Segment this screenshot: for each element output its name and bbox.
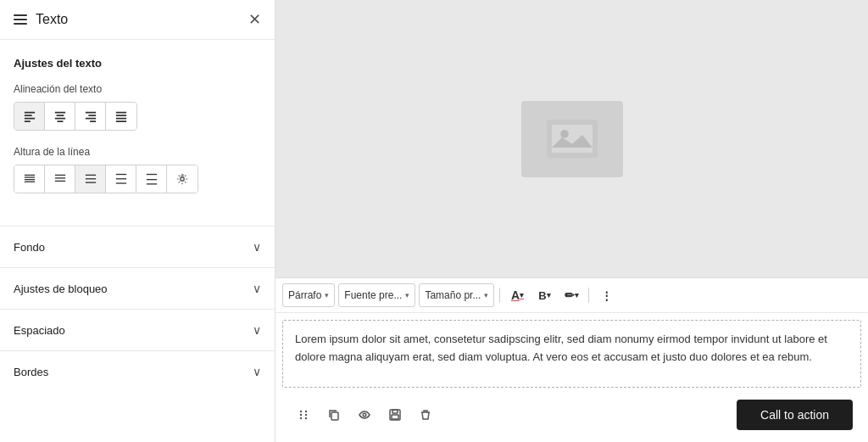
editor-area: Párrafo ▾ Fuente pre... ▾ Tamaño pr... ▾… xyxy=(275,277,868,442)
svg-point-35 xyxy=(560,130,569,138)
panel-header-left: Texto xyxy=(14,12,68,27)
fondo-label: Fondo xyxy=(14,241,45,254)
spacing-chevron: ∨ xyxy=(253,323,261,337)
svg-rect-19 xyxy=(24,182,34,182)
svg-rect-0 xyxy=(24,112,34,114)
svg-point-43 xyxy=(363,413,366,417)
image-placeholder xyxy=(521,101,623,177)
svg-rect-10 xyxy=(85,118,95,120)
svg-point-36 xyxy=(300,411,302,412)
svg-rect-14 xyxy=(116,118,126,120)
right-preview-panel: Párrafo ▾ Fuente pre... ▾ Tamaño pr... ▾… xyxy=(275,0,868,442)
svg-rect-42 xyxy=(331,412,338,420)
svg-rect-6 xyxy=(54,118,64,120)
line-height-label: Altura de la línea xyxy=(14,146,261,158)
paragraph-select[interactable]: Párrafo ▾ xyxy=(282,283,335,307)
floating-toolbar: Call to action xyxy=(282,394,861,435)
svg-point-40 xyxy=(305,414,307,416)
svg-rect-26 xyxy=(115,174,125,175)
borders-chevron: ∨ xyxy=(253,365,261,378)
svg-rect-22 xyxy=(54,181,64,182)
svg-rect-18 xyxy=(24,179,34,180)
svg-rect-34 xyxy=(552,125,593,153)
paragraph-label: Párrafo xyxy=(288,289,321,301)
svg-rect-4 xyxy=(54,112,64,114)
svg-rect-20 xyxy=(54,175,64,176)
line-height-control-group: Altura de la línea xyxy=(14,146,261,193)
paragraph-arrow: ▾ xyxy=(325,291,329,299)
font-label: Fuente pre... xyxy=(344,289,402,301)
svg-rect-17 xyxy=(24,176,34,177)
panel-header: Texto ✕ xyxy=(0,0,275,40)
size-label: Tamaño pr... xyxy=(425,289,481,301)
svg-rect-46 xyxy=(392,415,398,419)
svg-rect-1 xyxy=(24,115,31,116)
copy-button[interactable] xyxy=(321,402,347,428)
svg-rect-13 xyxy=(116,115,126,116)
svg-rect-8 xyxy=(85,112,95,114)
save-button[interactable] xyxy=(382,402,408,428)
visibility-button[interactable] xyxy=(352,402,377,428)
float-icon-group xyxy=(291,402,438,428)
svg-rect-27 xyxy=(115,178,125,179)
lh-normal-button[interactable] xyxy=(75,165,106,193)
lh-tight-button[interactable] xyxy=(14,165,45,193)
text-content: Lorem ipsum dolor sit amet, consetetur s… xyxy=(295,333,827,363)
fondo-chevron: ∨ xyxy=(253,240,261,254)
font-color-button[interactable]: A ▾ xyxy=(505,283,529,307)
svg-rect-45 xyxy=(392,410,398,413)
svg-rect-7 xyxy=(57,120,63,122)
alignment-button-group xyxy=(14,102,137,131)
panel-title: Texto xyxy=(36,12,68,27)
bold-button[interactable]: B ▾ xyxy=(532,283,556,307)
block-settings-label: Ajustes de bloqueo xyxy=(14,283,108,295)
fondo-section[interactable]: Fondo ∨ xyxy=(0,226,275,267)
svg-rect-16 xyxy=(24,175,34,176)
image-preview-area xyxy=(275,0,868,277)
font-select[interactable]: Fuente pre... ▾ xyxy=(338,283,415,307)
svg-point-39 xyxy=(305,411,307,412)
svg-rect-25 xyxy=(85,182,95,183)
highlight-button[interactable]: ✏ ▾ xyxy=(559,283,583,307)
block-settings-section[interactable]: Ajustes de bloqueo ∨ xyxy=(0,267,275,309)
svg-rect-2 xyxy=(24,118,34,120)
text-settings-title: Ajustes del texto xyxy=(14,57,261,70)
svg-rect-5 xyxy=(56,115,64,116)
line-height-button-group xyxy=(14,165,198,193)
borders-label: Bordes xyxy=(14,366,48,378)
size-select[interactable]: Tamaño pr... ▾ xyxy=(419,283,494,307)
align-right-button[interactable] xyxy=(75,103,106,130)
close-icon[interactable]: ✕ xyxy=(248,12,261,27)
svg-rect-31 xyxy=(146,183,156,184)
align-center-button[interactable] xyxy=(45,103,75,130)
size-arrow: ▾ xyxy=(484,291,488,299)
lh-relaxed-button[interactable] xyxy=(106,165,136,193)
svg-rect-23 xyxy=(85,175,95,176)
block-settings-chevron: ∨ xyxy=(253,282,261,295)
cta-button[interactable]: Call to action xyxy=(737,400,853,430)
svg-rect-11 xyxy=(90,120,96,122)
more-options-button[interactable]: ⋮ xyxy=(594,283,618,307)
svg-point-38 xyxy=(300,417,302,419)
align-left-button[interactable] xyxy=(14,103,45,130)
text-content-area[interactable]: Lorem ipsum dolor sit amet, consetetur s… xyxy=(282,320,861,388)
spacing-section[interactable]: Espaciado ∨ xyxy=(0,309,275,350)
hamburger-icon[interactable] xyxy=(14,14,27,25)
svg-point-37 xyxy=(300,414,302,416)
lh-small-button[interactable] xyxy=(45,165,75,193)
svg-rect-15 xyxy=(116,120,126,122)
svg-rect-9 xyxy=(88,115,96,116)
font-arrow: ▾ xyxy=(405,291,409,299)
alignment-control-group: Alineación del texto xyxy=(14,83,261,131)
delete-button[interactable] xyxy=(413,402,438,428)
drag-handle-button[interactable] xyxy=(291,402,316,428)
left-settings-panel: Texto ✕ Ajustes del texto Alineación del… xyxy=(0,0,275,442)
lh-loose-button[interactable] xyxy=(136,165,167,193)
svg-rect-21 xyxy=(54,177,64,178)
borders-section[interactable]: Bordes ∨ xyxy=(0,350,275,392)
svg-rect-30 xyxy=(146,179,156,180)
align-justify-button[interactable] xyxy=(106,103,136,130)
alignment-label: Alineación del texto xyxy=(14,83,261,95)
lh-custom-button[interactable] xyxy=(167,165,198,193)
svg-point-32 xyxy=(181,177,184,181)
